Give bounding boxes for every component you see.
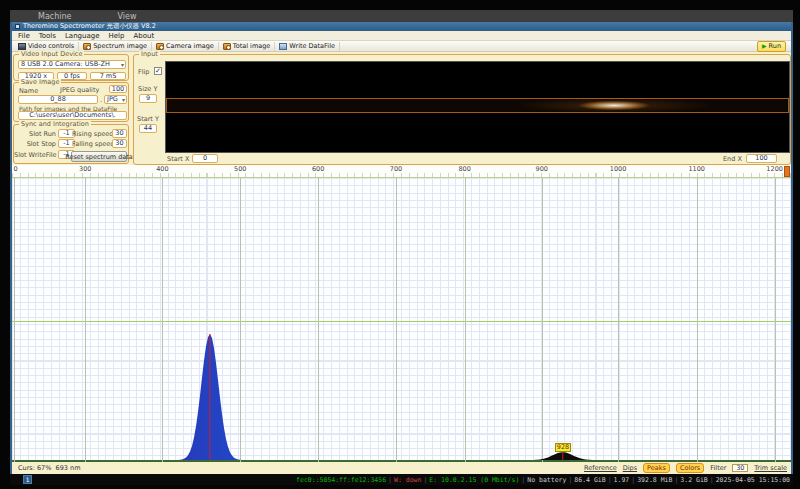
chart-controls: Reference Dips Peaks Colors Filter 30 Tr… — [584, 463, 787, 473]
peaks-button[interactable]: Peaks — [643, 463, 670, 473]
slot-run-label: Slot Run — [16, 130, 56, 138]
write-datafile-button[interactable]: Write DataFile — [275, 42, 340, 51]
image-format-dropdown[interactable]: JPG ▾ — [104, 95, 127, 104]
input-group: Input Flip ✓ Size Y 9 Start Y 44 Start X… — [133, 54, 791, 165]
capture-band[interactable] — [166, 98, 789, 113]
axis-tick-label: 900 — [536, 166, 548, 173]
axis-tick-label: 400 — [156, 166, 168, 173]
size-y-label: Size Y — [138, 85, 157, 93]
chart-plot[interactable]: 484928 — [12, 178, 791, 462]
status-segment: fec0::5054:ff:fe12:3456 — [296, 476, 386, 484]
screen: MachineView Theremino Spectrometer 光谱小仪器… — [0, 0, 800, 489]
toolbar-button-label: Write DataFile — [289, 42, 335, 50]
video-device-value: 8 USB 2.0 Camera: USB-ZH — [21, 61, 110, 68]
status-segment: W: down — [394, 476, 421, 484]
video-device-dropdown[interactable]: 8 USB 2.0 Camera: USB-ZH ▾ — [18, 60, 126, 69]
axis-tick-label: 1200 — [766, 166, 783, 173]
rising-speed-field[interactable]: 30 — [112, 129, 127, 138]
slot-writefile-label: Slot WriteFile — [14, 151, 56, 159]
menu-language[interactable]: Language — [65, 32, 100, 40]
save-image-group: Save Image Name JPEG quality 100 0_88 . … — [13, 82, 129, 122]
menu-tools[interactable]: Tools — [39, 32, 56, 40]
status-segment: No battery — [527, 476, 566, 484]
separator: | — [423, 476, 427, 484]
cursor-readout: Curs: 67% 693 nm — [18, 464, 80, 472]
falling-speed-field[interactable]: 30 — [112, 139, 127, 148]
menu-file[interactable]: File — [18, 32, 30, 40]
flip-checkbox[interactable]: ✓ — [154, 67, 162, 75]
axis-tick-label: 1000 — [610, 166, 627, 173]
peak-area — [12, 334, 791, 460]
fps-readout: 0 fps — [57, 72, 87, 80]
spectrum-curve — [12, 180, 791, 460]
checkmark-icon: ✓ — [155, 67, 161, 75]
status-segment: 1.97 — [614, 476, 630, 484]
camera-image-button[interactable]: Camera image — [152, 42, 219, 51]
camera-icon — [223, 43, 231, 50]
workspace-badge[interactable]: 1 — [23, 475, 32, 484]
jpeg-quality-field[interactable]: 100 — [109, 85, 127, 93]
titlebar[interactable]: Theremino Spectrometer 光谱小仪器 V8.2 — [12, 22, 791, 31]
filter-label: Filter — [710, 464, 726, 472]
separator: | — [674, 476, 678, 484]
sync-group: Sync and Integration Slot Run -1 Rising … — [13, 124, 129, 164]
end-x-field[interactable]: 100 — [746, 154, 777, 163]
image-format-value: JPG — [107, 96, 118, 103]
app-icon — [15, 24, 20, 29]
video-controls-icon — [18, 43, 26, 50]
status-segment: 392.8 MiB — [637, 476, 672, 484]
dips-button[interactable]: Dips — [623, 464, 637, 472]
separator: | — [608, 476, 612, 484]
input-group-title: Input — [139, 51, 160, 58]
status-segments: fec0::5054:ff:fe12:3456|W: down|E: 10.0.… — [296, 476, 790, 484]
start-x-field[interactable]: 0 — [192, 154, 218, 163]
jpeg-quality-label: JPEG quality — [60, 86, 99, 94]
axis-tick-label: 600 — [312, 166, 324, 173]
app-window: Theremino Spectrometer 光谱小仪器 V8.2 FileTo… — [10, 22, 793, 474]
total-image-button[interactable]: Total image — [219, 42, 276, 51]
status-bar: 1 fec0::5054:ff:fe12:3456|W: down|E: 10.… — [10, 474, 793, 485]
image-name-field[interactable]: 0_88 — [18, 95, 98, 104]
falling-speed-label: Falling speed — [72, 140, 110, 148]
spectrum-chart[interactable]: 0300400500600700800900100011001200 48492… — [12, 165, 791, 462]
play-icon: ▶ — [762, 43, 767, 49]
vm-menu-view[interactable]: View — [118, 12, 137, 21]
menu-help[interactable]: Help — [109, 32, 125, 40]
chart-ruler: 0300400500600700800900100011001200 — [12, 165, 791, 178]
toolbar-button-label: Spectrum image — [93, 42, 147, 50]
video-input-group: Video Input Device 8 USB 2.0 Camera: USB… — [13, 54, 129, 81]
size-y-field[interactable]: 9 — [139, 94, 157, 103]
filter-field[interactable]: 30 — [732, 464, 748, 472]
latency-readout: 7 mS — [90, 72, 126, 80]
separator: | — [388, 476, 392, 484]
path-field[interactable]: C:\users\user\Documents\. — [18, 111, 127, 120]
menu-about[interactable]: About — [133, 32, 154, 40]
vm-menu-machine[interactable]: Machine — [38, 12, 72, 21]
dot-label: . — [100, 96, 102, 104]
axis-tick-label: 300 — [79, 166, 91, 173]
peak-area — [12, 452, 791, 460]
axis-tick-label: 0 — [14, 166, 18, 173]
axis-tick-label: 800 — [458, 166, 470, 173]
camera-icon — [83, 43, 91, 50]
separator: | — [568, 476, 572, 484]
axis-tick-label: 1100 — [688, 166, 705, 173]
start-y-field[interactable]: 44 — [139, 124, 157, 133]
window-title: Theremino Spectrometer 光谱小仪器 V8.2 — [23, 22, 156, 31]
colors-button[interactable]: Colors — [676, 463, 704, 473]
reset-spectrum-button[interactable]: Reset spectrum data — [71, 151, 127, 162]
camera-icon — [156, 43, 164, 50]
toolbar-button-label: Camera image — [166, 42, 214, 50]
run-button[interactable]: ▶ Run — [757, 41, 786, 52]
trim-scale-button[interactable]: Trim scale — [754, 464, 787, 472]
save-image-group-title: Save Image — [19, 79, 61, 86]
reference-button[interactable]: Reference — [584, 464, 617, 472]
axis-tick-label: 700 — [390, 166, 402, 173]
sync-group-title: Sync and Integration — [19, 121, 91, 128]
axis-tick-label: 500 — [234, 166, 246, 173]
status-segment: 86.4 GiB — [574, 476, 605, 484]
run-button-label: Run — [769, 42, 781, 50]
camera-preview[interactable] — [165, 61, 790, 153]
vm-menubar: MachineView — [10, 10, 793, 22]
end-x-label: End X — [723, 155, 742, 163]
